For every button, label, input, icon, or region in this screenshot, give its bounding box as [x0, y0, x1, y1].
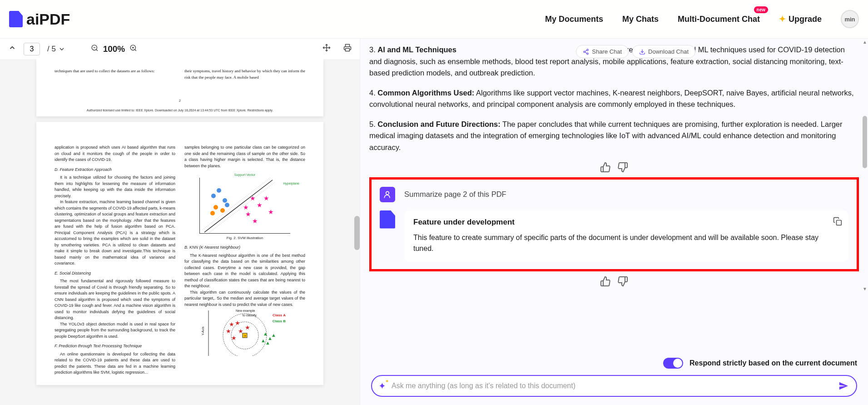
- strict-mode-row: Respond strictly based on the current do…: [371, 358, 857, 369]
- strict-mode-toggle[interactable]: [663, 358, 683, 369]
- svg-text:▲: ▲: [261, 338, 266, 343]
- zoom-in-icon[interactable]: [129, 44, 137, 54]
- svg-text:★: ★: [226, 328, 231, 335]
- svg-point-16: [213, 205, 218, 210]
- main-nav: My Documents My Chats Multi-Document Cha…: [545, 10, 859, 28]
- svg-text:▲: ▲: [271, 332, 276, 338]
- highlighted-exchange: Summarize page 2 of this PDF Feature und…: [369, 177, 859, 272]
- logo-icon: [9, 11, 23, 27]
- pdf-page-2-partial: techniques that are used to collect the …: [36, 59, 323, 116]
- page-number-input[interactable]: [24, 43, 40, 55]
- svg-text:★: ★: [231, 335, 237, 341]
- main-content: / 5 100% t: [0, 39, 868, 405]
- chat-actions-bar: Share Chat Download Chat: [576, 45, 695, 58]
- logo-text: aiPDF: [26, 10, 70, 28]
- svg-point-19: [225, 203, 229, 207]
- thumbs-down-icon[interactable]: [617, 162, 628, 173]
- svg-line-46: [585, 52, 587, 53]
- user-avatar-icon: [380, 187, 395, 202]
- nav-my-documents[interactable]: My Documents: [545, 15, 603, 24]
- nav-upgrade[interactable]: ✦ Upgrade: [779, 14, 822, 24]
- nav-my-chats[interactable]: My Chats: [622, 15, 659, 24]
- ai-reply-body: This feature to create summary of specif…: [413, 232, 839, 255]
- download-chat-button[interactable]: Download Chat: [632, 45, 695, 58]
- chat-input[interactable]: [392, 382, 837, 390]
- pdf-pages-container[interactable]: techniques that are used to collect the …: [0, 59, 360, 405]
- svg-text:?: ?: [244, 334, 246, 338]
- move-icon[interactable]: [322, 44, 331, 54]
- strict-mode-label: Respond strictly based on the current do…: [689, 359, 857, 367]
- page2-number: 2: [55, 99, 305, 104]
- chat-scrollbar-thumb[interactable]: [863, 116, 867, 168]
- svg-text:★: ★: [268, 208, 274, 215]
- chevron-up-icon[interactable]: [8, 44, 16, 54]
- print-icon[interactable]: [343, 44, 352, 54]
- svg-point-15: [223, 198, 227, 203]
- nav-multi-doc-label: Multi-Document Chat: [678, 15, 760, 24]
- copy-icon[interactable]: [833, 217, 842, 228]
- feedback-row-2: [369, 276, 859, 287]
- pdf-viewer-panel: / 5 100% t: [0, 39, 360, 405]
- svg-text:★: ★: [235, 320, 240, 326]
- sparkle-icon: ✦: [779, 14, 786, 24]
- svg-text:★: ★: [252, 217, 258, 225]
- chat-messages-scroll[interactable]: 3. AI and ML Techniques per summarizes a…: [360, 39, 868, 353]
- svg-line-1: [96, 49, 97, 50]
- ai-message: Feature under development This feature t…: [380, 210, 848, 262]
- chat-input-row: ✦: [371, 375, 857, 397]
- pdf-page-3: application is proposed which uses AI ba…: [36, 122, 323, 385]
- nav-multi-document-chat[interactable]: Multi-Document Chat new: [678, 15, 760, 24]
- knn-figure: New example to classify Class A Class B …: [204, 310, 286, 356]
- thumbs-up-icon[interactable]: [600, 162, 611, 173]
- input-sparkle-icon: ✦: [378, 380, 386, 391]
- scroll-arrow-up-icon[interactable]: ▲: [863, 40, 867, 45]
- thumbs-up-icon[interactable]: [600, 276, 611, 287]
- svg-line-47: [585, 50, 587, 51]
- zoom-controls: 100%: [91, 44, 138, 54]
- send-button[interactable]: [837, 380, 850, 392]
- upgrade-label: Upgrade: [789, 15, 822, 24]
- chat-point-4: 4. Common Algorithms Used: Algorithms li…: [369, 87, 859, 110]
- svg-text:▲: ▲: [265, 340, 270, 345]
- svg-text:★: ★: [250, 195, 256, 202]
- ai-reply-title: Feature under development: [413, 218, 839, 227]
- zoom-level: 100%: [103, 44, 125, 54]
- zoom-out-icon[interactable]: [91, 44, 99, 54]
- ai-message-bubble: Feature under development This feature t…: [404, 210, 848, 262]
- svg-text:★: ★: [263, 195, 269, 202]
- svg-point-13: [211, 194, 216, 198]
- scroll-arrow-down-icon[interactable]: ▼: [863, 286, 867, 291]
- svg-text:★: ★: [245, 324, 250, 331]
- svg-point-17: [220, 208, 225, 213]
- app-header: aiPDF My Documents My Chats Multi-Docume…: [0, 0, 868, 39]
- svg-text:★: ★: [229, 321, 234, 328]
- svg-text:★: ★: [243, 204, 249, 211]
- share-chat-button[interactable]: Share Chat: [576, 45, 629, 58]
- svg-point-14: [217, 188, 221, 193]
- download-icon: [639, 49, 645, 55]
- feedback-row-1: [369, 162, 859, 173]
- svg-line-4: [135, 49, 136, 50]
- page2-left-col: techniques that are used to collect the …: [55, 68, 175, 80]
- page3-right-col: samples belonging to one particular clas…: [184, 145, 305, 376]
- svg-text:★: ★: [257, 201, 263, 209]
- ai-avatar-icon: [380, 210, 395, 229]
- svm-figure: Support Vector Hyperplane ★★★★★★★: [184, 173, 305, 241]
- user-avatar[interactable]: min: [841, 10, 859, 28]
- logo[interactable]: aiPDF: [9, 10, 70, 28]
- pdf-scrollbar-thumb[interactable]: [354, 216, 360, 250]
- chat-panel: Share Chat Download Chat 3. AI and ML Te…: [360, 39, 868, 405]
- page3-left-col: application is proposed which uses AI ba…: [55, 145, 175, 376]
- user-message: Summarize page 2 of this PDF: [380, 187, 848, 202]
- share-icon: [583, 49, 589, 55]
- svg-point-44: [584, 51, 585, 53]
- pdf-toolbar: / 5 100%: [0, 39, 360, 59]
- thumbs-down-icon[interactable]: [617, 276, 628, 287]
- svg-point-49: [386, 191, 389, 195]
- page2-right-col: their symptoms, travel history and behav…: [184, 68, 305, 80]
- new-badge: new: [754, 6, 768, 13]
- user-message-text: Summarize page 2 of this PDF: [404, 190, 506, 199]
- svg-rect-50: [837, 220, 842, 225]
- chat-input-area: Respond strictly based on the current do…: [360, 353, 868, 405]
- toggle-knob: [673, 359, 682, 368]
